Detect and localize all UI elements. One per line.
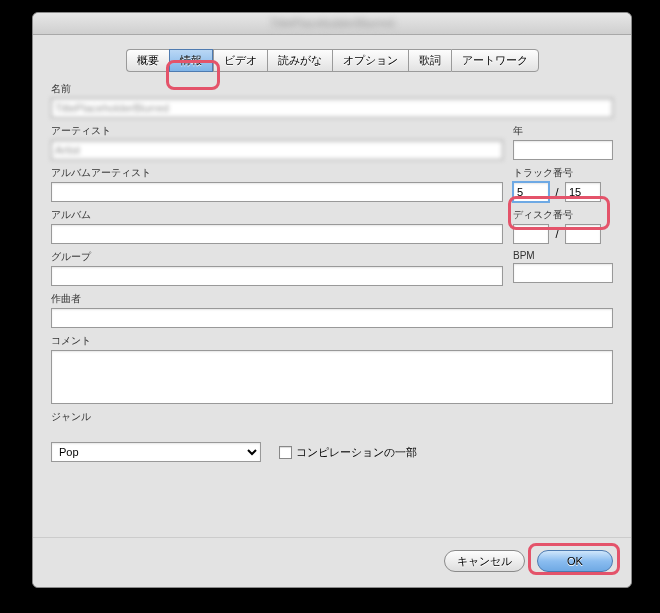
label-album-artist: アルバムアーティスト — [51, 166, 503, 180]
disc-current-field[interactable] — [513, 224, 549, 244]
label-album: アルバム — [51, 208, 503, 222]
composer-field[interactable] — [51, 308, 613, 328]
year-field[interactable] — [513, 140, 613, 160]
checkbox-icon — [279, 446, 292, 459]
label-compilation: コンピレーションの一部 — [296, 445, 417, 460]
album-field[interactable] — [51, 224, 503, 244]
button-bar: キャンセル OK — [33, 537, 631, 587]
track-current-field[interactable] — [513, 182, 549, 202]
name-field[interactable] — [51, 98, 613, 118]
tab-sorting[interactable]: 読みがな — [267, 49, 332, 72]
cancel-button[interactable]: キャンセル — [444, 550, 525, 572]
tab-bar: 概要 情報 ビデオ 読みがな オプション 歌詞 アートワーク — [126, 49, 539, 72]
window-title: TitlePlaceholderBlurred — [270, 17, 394, 31]
comments-field[interactable] — [51, 350, 613, 404]
content-area: 概要 情報 ビデオ 読みがな オプション 歌詞 アートワーク 名前 アーティスト… — [33, 35, 631, 537]
ok-button[interactable]: OK — [537, 550, 613, 572]
titlebar: TitlePlaceholderBlurred — [33, 13, 631, 35]
tab-summary[interactable]: 概要 — [126, 49, 169, 72]
artist-field[interactable] — [51, 140, 503, 160]
tab-options[interactable]: オプション — [332, 49, 408, 72]
disc-slash: / — [553, 228, 561, 240]
track-total-field[interactable] — [565, 182, 601, 202]
info-dialog: TitlePlaceholderBlurred 概要 情報 ビデオ 読みがな オ… — [32, 12, 632, 588]
tab-lyrics[interactable]: 歌詞 — [408, 49, 451, 72]
genre-select[interactable]: Pop — [51, 442, 261, 462]
label-genre: ジャンル — [51, 410, 613, 424]
track-slash: / — [553, 186, 561, 198]
label-artist: アーティスト — [51, 124, 503, 138]
label-grouping: グループ — [51, 250, 503, 264]
tab-artwork[interactable]: アートワーク — [451, 49, 539, 72]
compilation-checkbox[interactable]: コンピレーションの一部 — [279, 445, 417, 460]
label-bpm: BPM — [513, 250, 613, 261]
label-name: 名前 — [51, 82, 613, 96]
disc-total-field[interactable] — [565, 224, 601, 244]
tab-video[interactable]: ビデオ — [213, 49, 267, 72]
label-track-no: トラック番号 — [513, 166, 613, 180]
album-artist-field[interactable] — [51, 182, 503, 202]
bpm-field[interactable] — [513, 263, 613, 283]
tab-info[interactable]: 情報 — [169, 49, 213, 72]
label-comments: コメント — [51, 334, 613, 348]
grouping-field[interactable] — [51, 266, 503, 286]
label-composer: 作曲者 — [51, 292, 613, 306]
label-disc-no: ディスク番号 — [513, 208, 613, 222]
label-year: 年 — [513, 124, 613, 138]
